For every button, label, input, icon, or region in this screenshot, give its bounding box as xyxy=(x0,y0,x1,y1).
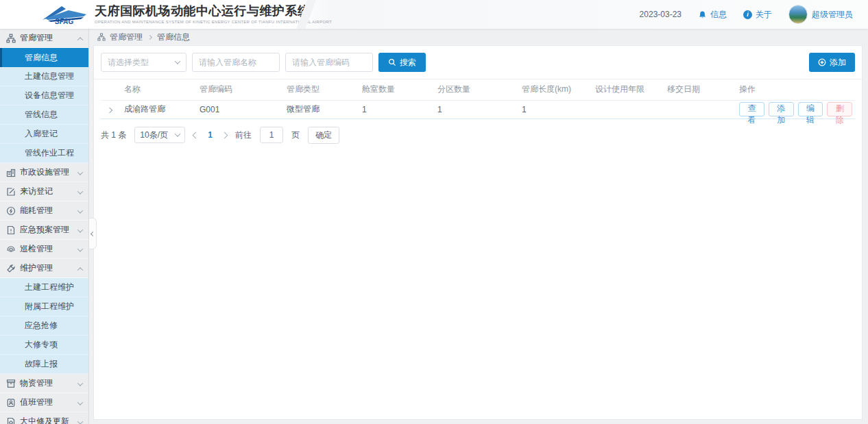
column-header: 设计使用年限 xyxy=(592,79,664,100)
sidebar-item-corridor-mgmt[interactable]: 管廊管理 xyxy=(0,29,88,48)
sidebar-item-visitor-register[interactable]: 来访登记 xyxy=(0,182,88,201)
sidebar-item-pipeline-works[interactable]: 管线作业工程 xyxy=(0,144,88,163)
chevron-down-icon xyxy=(77,208,83,213)
current-date: 2023-03-23 xyxy=(640,10,682,19)
sidebar-item-auxiliary-maintenance[interactable]: 附属工程维护 xyxy=(0,297,88,316)
column-header: 舱室数量 xyxy=(359,79,435,100)
chevron-right-icon xyxy=(147,34,152,39)
add-button-label: 添加 xyxy=(830,57,846,68)
emergency-plan-icon xyxy=(6,225,16,235)
breadcrumb-parent[interactable]: 管廊管理 xyxy=(110,32,143,43)
sidebar-item-municipal-facilities[interactable]: 市政设施管理 xyxy=(0,163,88,182)
search-button[interactable]: 搜索 xyxy=(378,53,426,72)
main-content: 管廊管理 管廊信息 请选择类型 搜索 添加 xyxy=(89,29,868,424)
next-page-icon[interactable] xyxy=(221,132,228,138)
chevron-down-icon xyxy=(77,169,83,175)
sidebar-item-civil-info[interactable]: 土建信息管理 xyxy=(0,67,88,86)
messages-link[interactable]: 信息 xyxy=(698,9,727,21)
user-menu[interactable]: 超级管理员 xyxy=(788,5,853,24)
content-panel: 请选择类型 搜索 添加 xyxy=(93,45,863,420)
row-actions: 查看 添加 编辑 删除 xyxy=(739,102,852,116)
add-button[interactable]: 添加 xyxy=(809,53,855,72)
info-icon: i xyxy=(743,10,752,19)
sidebar-collapse-handle[interactable] xyxy=(89,218,97,249)
box-icon xyxy=(6,379,16,388)
chevron-up-icon xyxy=(77,37,83,42)
column-header: 管廊编码 xyxy=(197,79,284,100)
sidebar-item-materials-mgmt[interactable]: 物资管理 xyxy=(0,374,88,393)
sidebar-item-emergency-plan[interactable]: 应急预案管理 xyxy=(0,221,88,240)
chevron-down-icon xyxy=(77,188,83,194)
sidebar-item-emergency-repair[interactable]: 应急抢修 xyxy=(0,316,88,336)
type-select-placeholder: 请选择类型 xyxy=(108,57,149,68)
sidebar-item-entry-register[interactable]: 入廊登记 xyxy=(0,125,88,144)
breadcrumb: 管廊管理 管廊信息 xyxy=(93,29,863,45)
sidebar-item-civil-maintenance[interactable]: 土建工程维护 xyxy=(0,278,88,297)
edit-square-icon xyxy=(6,187,16,197)
goto-page-input[interactable] xyxy=(260,127,283,143)
sitemap-icon xyxy=(6,34,16,43)
column-header: 操作 xyxy=(736,79,855,100)
cell-code: G001 xyxy=(197,100,284,119)
svg-text:SFAG: SFAG xyxy=(55,18,73,25)
sidebar-item-pipeline-info[interactable]: 管线信息 xyxy=(0,105,88,125)
username: 超级管理员 xyxy=(812,9,853,21)
user-avatar xyxy=(788,5,808,24)
chevron-down-icon xyxy=(77,419,83,424)
cell-length: 1 xyxy=(519,100,592,119)
app-root: SFAG 天府国际机场动能中心运行与维护系统 OPERATION AND MAI… xyxy=(0,0,868,424)
cell-type: 微型管廊 xyxy=(284,100,359,119)
search-icon xyxy=(388,58,396,66)
corridor-table: 名称 管廊编码 管廊类型 舱室数量 分区数量 管廊长度(km) 设计使用年限 移… xyxy=(94,79,862,119)
messages-label: 信息 xyxy=(710,9,727,21)
municipal-icon xyxy=(6,168,16,177)
expand-column-header xyxy=(101,79,121,100)
cell-handover-date xyxy=(664,100,736,119)
confirm-button[interactable]: 确定 xyxy=(308,127,339,144)
corridor-name-input[interactable] xyxy=(192,53,280,72)
column-header: 名称 xyxy=(121,79,197,100)
sidebar-item-overhaul-special[interactable]: 大修专项 xyxy=(0,336,88,355)
sidebar-item-fault-report[interactable]: 故障上报 xyxy=(0,355,88,374)
header-right: 2023-03-23 信息 i 关于 超级管理员 xyxy=(640,5,868,24)
sidebar-item-maintenance-mgmt[interactable]: 维护管理 xyxy=(0,259,88,278)
chevron-left-icon xyxy=(90,231,95,236)
pagination: 共 1 条 10条/页 1 前往 页 确定 xyxy=(94,119,862,151)
sidebar-item-equipment-info[interactable]: 设备信息管理 xyxy=(0,86,88,105)
page-size-value: 10条/页 xyxy=(140,129,168,141)
corridor-code-input[interactable] xyxy=(285,53,373,72)
cell-cabin-count: 1 xyxy=(359,100,435,119)
view-button[interactable]: 查看 xyxy=(739,102,764,116)
sidebar-item-corridor-info[interactable]: 管廊信息 xyxy=(0,48,88,67)
about-label: 关于 xyxy=(756,9,772,21)
edit-button[interactable]: 编辑 xyxy=(798,102,823,116)
breadcrumb-current: 管廊信息 xyxy=(157,32,190,43)
chevron-down-icon xyxy=(175,131,180,136)
chevron-down-icon xyxy=(77,380,83,386)
prev-page-icon[interactable] xyxy=(193,132,200,138)
add-row-button[interactable]: 添加 xyxy=(769,102,794,116)
sitemap-icon xyxy=(97,33,106,41)
chevron-down-icon xyxy=(77,246,83,251)
total-count-label: 共 1 条 xyxy=(101,129,126,141)
sidebar-item-major-repair-update[interactable]: 大中修及更新 xyxy=(0,412,88,424)
delete-button[interactable]: 删除 xyxy=(827,102,852,116)
inspection-icon xyxy=(6,245,16,254)
page-size-select[interactable]: 10条/页 xyxy=(134,127,185,143)
column-header: 管廊长度(km) xyxy=(519,79,592,100)
type-select[interactable]: 请选择类型 xyxy=(101,53,186,72)
table-row: 成渝路管廊 G001 微型管廊 1 1 1 查看 添加 xyxy=(101,100,855,119)
app-title: 天府国际机场动能中心运行与维护系统 xyxy=(95,5,332,18)
sidebar-item-inspection-mgmt[interactable]: 巡检管理 xyxy=(0,240,88,259)
row-expand-icon[interactable] xyxy=(107,107,112,112)
energy-icon xyxy=(6,206,16,216)
sidebar-item-energy-mgmt[interactable]: 能耗管理 xyxy=(0,201,88,221)
cell-zone-count: 1 xyxy=(435,100,519,119)
page-number[interactable]: 1 xyxy=(206,130,214,140)
bell-icon xyxy=(698,10,707,19)
filter-bar: 请选择类型 搜索 添加 xyxy=(94,46,862,79)
chevron-down-icon xyxy=(77,399,83,405)
app-subtitle: OPERATION AND MAINTENANCE SYSTEM OF KINE… xyxy=(95,20,332,25)
about-link[interactable]: i 关于 xyxy=(743,9,772,21)
sidebar-item-duty-mgmt[interactable]: 值班管理 xyxy=(0,393,88,412)
